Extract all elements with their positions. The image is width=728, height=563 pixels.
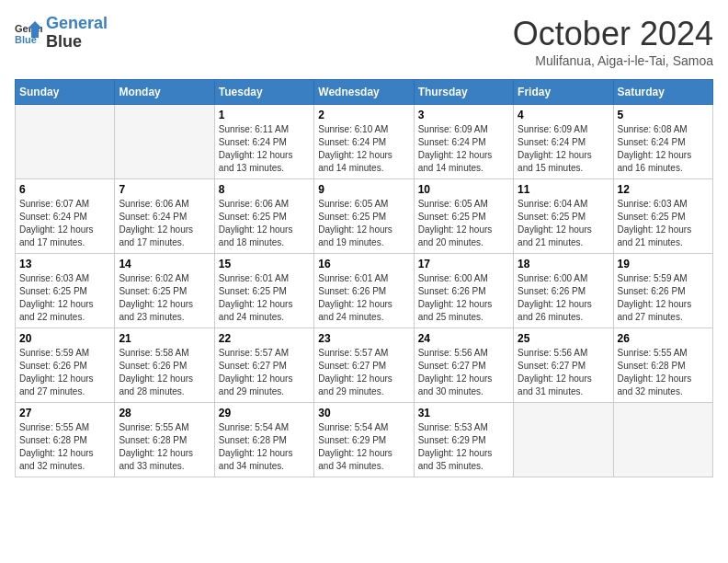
calendar-day-cell: 3Sunrise: 6:09 AM Sunset: 6:24 PM Daylig… (414, 105, 513, 179)
day-number: 5 (618, 109, 709, 121)
day-number: 12 (618, 183, 709, 196)
calendar-day-cell: 15Sunrise: 6:01 AM Sunset: 6:25 PM Dayli… (214, 254, 313, 328)
calendar-day-cell: 1Sunrise: 6:11 AM Sunset: 6:24 PM Daylig… (214, 105, 313, 179)
calendar-day-cell: 21Sunrise: 5:58 AM Sunset: 6:26 PM Dayli… (115, 328, 214, 403)
calendar-week-row: 13Sunrise: 6:03 AM Sunset: 6:25 PM Dayli… (16, 254, 713, 328)
day-info: Sunrise: 5:53 AM Sunset: 6:29 PM Dayligh… (418, 421, 509, 473)
day-info: Sunrise: 5:58 AM Sunset: 6:26 PM Dayligh… (119, 347, 210, 398)
day-of-week-header: Wednesday (314, 80, 414, 105)
day-info: Sunrise: 5:59 AM Sunset: 6:26 PM Dayligh… (19, 347, 110, 398)
day-info: Sunrise: 5:55 AM Sunset: 6:28 PM Dayligh… (618, 347, 709, 398)
calendar-day-cell: 31Sunrise: 5:53 AM Sunset: 6:29 PM Dayli… (414, 403, 513, 477)
day-info: Sunrise: 6:10 AM Sunset: 6:24 PM Dayligh… (318, 123, 409, 175)
calendar-day-cell: 22Sunrise: 5:57 AM Sunset: 6:27 PM Dayli… (214, 328, 313, 403)
calendar-day-cell: 20Sunrise: 5:59 AM Sunset: 6:26 PM Dayli… (16, 328, 115, 403)
calendar-day-cell: 13Sunrise: 6:03 AM Sunset: 6:25 PM Dayli… (16, 254, 115, 328)
calendar-day-cell: 19Sunrise: 5:59 AM Sunset: 6:26 PM Dayli… (613, 254, 712, 328)
day-number: 3 (418, 109, 509, 121)
day-number: 4 (518, 109, 609, 121)
calendar-day-cell (16, 105, 115, 179)
day-number: 2 (318, 109, 409, 121)
page-header: General Blue GeneralBlue October 2024 Mu… (15, 15, 713, 68)
calendar-day-cell: 6Sunrise: 6:07 AM Sunset: 6:24 PM Daylig… (16, 179, 115, 254)
day-info: Sunrise: 5:56 AM Sunset: 6:27 PM Dayligh… (418, 347, 509, 398)
day-number: 29 (219, 407, 310, 419)
calendar-table: SundayMondayTuesdayWednesdayThursdayFrid… (15, 79, 713, 477)
calendar-week-row: 6Sunrise: 6:07 AM Sunset: 6:24 PM Daylig… (16, 179, 713, 254)
day-number: 21 (119, 332, 210, 345)
calendar-day-cell: 25Sunrise: 5:56 AM Sunset: 6:27 PM Dayli… (514, 328, 613, 403)
day-info: Sunrise: 5:54 AM Sunset: 6:29 PM Dayligh… (318, 421, 409, 473)
calendar-day-cell (514, 403, 613, 477)
day-info: Sunrise: 6:00 AM Sunset: 6:26 PM Dayligh… (518, 272, 609, 324)
day-number: 1 (219, 109, 310, 121)
calendar-day-cell: 10Sunrise: 6:05 AM Sunset: 6:25 PM Dayli… (414, 179, 513, 254)
day-number: 28 (119, 407, 210, 419)
day-number: 9 (318, 183, 409, 196)
day-info: Sunrise: 5:55 AM Sunset: 6:28 PM Dayligh… (119, 421, 210, 473)
day-number: 17 (418, 258, 509, 270)
calendar-day-cell: 4Sunrise: 6:09 AM Sunset: 6:24 PM Daylig… (514, 105, 613, 179)
logo-icon: General Blue (15, 19, 42, 47)
day-number: 20 (19, 332, 110, 345)
calendar-day-cell: 29Sunrise: 5:54 AM Sunset: 6:28 PM Dayli… (214, 403, 313, 477)
calendar-day-cell: 8Sunrise: 6:06 AM Sunset: 6:25 PM Daylig… (214, 179, 313, 254)
day-info: Sunrise: 6:05 AM Sunset: 6:25 PM Dayligh… (318, 198, 409, 249)
day-number: 13 (19, 258, 110, 270)
calendar-day-cell: 9Sunrise: 6:05 AM Sunset: 6:25 PM Daylig… (314, 179, 414, 254)
day-number: 6 (19, 183, 110, 196)
day-info: Sunrise: 6:06 AM Sunset: 6:25 PM Dayligh… (219, 198, 310, 249)
day-number: 30 (318, 407, 409, 419)
day-info: Sunrise: 6:04 AM Sunset: 6:25 PM Dayligh… (518, 198, 609, 249)
day-number: 11 (518, 183, 609, 196)
day-info: Sunrise: 6:03 AM Sunset: 6:25 PM Dayligh… (618, 198, 709, 249)
day-info: Sunrise: 5:59 AM Sunset: 6:26 PM Dayligh… (618, 272, 709, 324)
title-block: October 2024 Mulifanua, Aiga-i-le-Tai, S… (513, 15, 713, 68)
day-number: 26 (618, 332, 709, 345)
calendar-day-cell (613, 403, 712, 477)
day-number: 24 (418, 332, 509, 345)
day-number: 27 (19, 407, 110, 419)
day-info: Sunrise: 6:02 AM Sunset: 6:25 PM Dayligh… (119, 272, 210, 324)
month-title: October 2024 (513, 15, 713, 53)
day-info: Sunrise: 5:57 AM Sunset: 6:27 PM Dayligh… (318, 347, 409, 398)
calendar-day-cell: 27Sunrise: 5:55 AM Sunset: 6:28 PM Dayli… (16, 403, 115, 477)
day-info: Sunrise: 5:54 AM Sunset: 6:28 PM Dayligh… (219, 421, 310, 473)
calendar-day-cell: 17Sunrise: 6:00 AM Sunset: 6:26 PM Dayli… (414, 254, 513, 328)
calendar-day-cell: 5Sunrise: 6:08 AM Sunset: 6:24 PM Daylig… (613, 105, 712, 179)
day-of-week-header: Monday (115, 80, 214, 105)
calendar-day-cell: 2Sunrise: 6:10 AM Sunset: 6:24 PM Daylig… (314, 105, 414, 179)
day-of-week-header: Friday (514, 80, 613, 105)
day-info: Sunrise: 6:08 AM Sunset: 6:24 PM Dayligh… (618, 123, 709, 175)
day-info: Sunrise: 6:00 AM Sunset: 6:26 PM Dayligh… (418, 272, 509, 324)
day-of-week-header: Sunday (16, 80, 115, 105)
calendar-day-cell: 16Sunrise: 6:01 AM Sunset: 6:26 PM Dayli… (314, 254, 414, 328)
day-info: Sunrise: 5:56 AM Sunset: 6:27 PM Dayligh… (518, 347, 609, 398)
day-number: 7 (119, 183, 210, 196)
calendar-day-cell: 26Sunrise: 5:55 AM Sunset: 6:28 PM Dayli… (613, 328, 712, 403)
calendar-day-cell: 11Sunrise: 6:04 AM Sunset: 6:25 PM Dayli… (514, 179, 613, 254)
day-of-week-header: Tuesday (214, 80, 313, 105)
day-info: Sunrise: 5:57 AM Sunset: 6:27 PM Dayligh… (219, 347, 310, 398)
day-number: 16 (318, 258, 409, 270)
day-info: Sunrise: 5:55 AM Sunset: 6:28 PM Dayligh… (19, 421, 110, 473)
location-subtitle: Mulifanua, Aiga-i-le-Tai, Samoa (513, 53, 713, 68)
calendar-day-cell: 30Sunrise: 5:54 AM Sunset: 6:29 PM Dayli… (314, 403, 414, 477)
day-number: 19 (618, 258, 709, 270)
day-info: Sunrise: 6:11 AM Sunset: 6:24 PM Dayligh… (219, 123, 310, 175)
day-info: Sunrise: 6:03 AM Sunset: 6:25 PM Dayligh… (19, 272, 110, 324)
day-info: Sunrise: 6:01 AM Sunset: 6:25 PM Dayligh… (219, 272, 310, 324)
calendar-day-cell: 23Sunrise: 5:57 AM Sunset: 6:27 PM Dayli… (314, 328, 414, 403)
calendar-day-cell (115, 105, 214, 179)
day-info: Sunrise: 6:05 AM Sunset: 6:25 PM Dayligh… (418, 198, 509, 249)
day-number: 23 (318, 332, 409, 345)
day-number: 15 (219, 258, 310, 270)
day-info: Sunrise: 6:07 AM Sunset: 6:24 PM Dayligh… (19, 198, 110, 249)
calendar-day-cell: 12Sunrise: 6:03 AM Sunset: 6:25 PM Dayli… (613, 179, 712, 254)
logo-text: GeneralBlue (46, 15, 108, 52)
calendar-day-cell: 24Sunrise: 5:56 AM Sunset: 6:27 PM Dayli… (414, 328, 513, 403)
day-number: 22 (219, 332, 310, 345)
day-info: Sunrise: 6:06 AM Sunset: 6:24 PM Dayligh… (119, 198, 210, 249)
day-number: 18 (518, 258, 609, 270)
day-info: Sunrise: 6:09 AM Sunset: 6:24 PM Dayligh… (418, 123, 509, 175)
